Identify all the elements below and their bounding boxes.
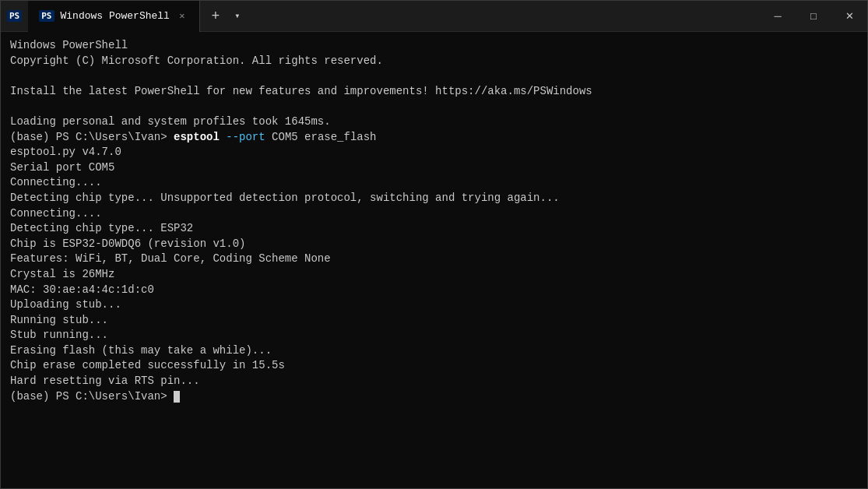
terminal-line: MAC: 30:ae:a4:4c:1d:c0 <box>10 283 858 298</box>
terminal-line: Connecting.... <box>10 175 858 191</box>
terminal-line <box>10 69 858 84</box>
terminal-line: Serial port COM5 <box>10 160 858 176</box>
tab-close-button[interactable]: ✕ <box>176 10 188 23</box>
tab-powershell[interactable]: PS Windows PowerShell ✕ <box>28 1 200 32</box>
terminal-line: Windows PowerShell <box>10 38 858 54</box>
terminal-line: Detecting chip type... ESP32 <box>10 221 858 237</box>
title-bar-left: PS PS Windows PowerShell ✕ + ▾ <box>7 1 247 32</box>
terminal-line: Chip is ESP32-D0WDQ6 (revision v1.0) <box>10 237 858 252</box>
cursor <box>174 391 180 403</box>
minimize-button[interactable]: ─ <box>760 1 796 32</box>
tab-bar: PS Windows PowerShell ✕ + ▾ <box>28 1 247 32</box>
terminal-line: Hard resetting via RTS pin... <box>10 374 858 389</box>
terminal-line: Stub running... <box>10 328 858 343</box>
terminal-line <box>10 99 858 114</box>
tab-label: Windows PowerShell <box>61 10 170 22</box>
powershell-window: PS PS Windows PowerShell ✕ + ▾ ─ □ ✕ Win… <box>0 0 868 489</box>
terminal-line: Loading personal and system profiles too… <box>10 114 858 130</box>
terminal-line: Connecting.... <box>10 206 858 222</box>
tab-icon: PS <box>39 10 54 22</box>
terminal-line-command: (base) PS C:\Users\Ivan> esptool --port … <box>10 130 858 146</box>
terminal-line: Detecting chip type... Unsupported detec… <box>10 191 858 206</box>
prompt-text: (base) PS C:\Users\Ivan> <box>10 390 174 403</box>
tab-dropdown-button[interactable]: ▾ <box>228 4 247 29</box>
terminal-line: Uploading stub... <box>10 297 858 313</box>
flag-text: --port <box>220 131 265 143</box>
close-button[interactable]: ✕ <box>831 1 867 32</box>
terminal-line: Erasing flash (this may take a while)... <box>10 343 858 359</box>
terminal-line: Features: WiFi, BT, Dual Core, Coding Sc… <box>10 252 858 267</box>
terminal-output[interactable]: Windows PowerShell Copyright (C) Microso… <box>1 32 867 488</box>
terminal-line: Install the latest PowerShell for new fe… <box>10 84 858 100</box>
terminal-line: Crystal is 26MHz <box>10 267 858 283</box>
terminal-line: Running stub... <box>10 313 858 329</box>
window-controls: ─ □ ✕ <box>760 1 867 31</box>
command-args: COM5 erase_flash <box>265 131 377 143</box>
prompt-prefix: (base) PS C:\Users\Ivan> <box>10 131 174 143</box>
terminal-line: esptool.py v4.7.0 <box>10 145 858 160</box>
terminal-line: Copyright (C) Microsoft Corporation. All… <box>10 54 858 69</box>
terminal-line-prompt: (base) PS C:\Users\Ivan> <box>10 389 858 405</box>
title-bar: PS PS Windows PowerShell ✕ + ▾ ─ □ ✕ <box>1 1 867 32</box>
maximize-button[interactable]: □ <box>796 1 831 32</box>
terminal-line: Chip erase completed successfully in 15.… <box>10 358 858 374</box>
command-text: esptool <box>174 131 220 143</box>
app-icon: PS <box>7 10 22 22</box>
new-tab-button[interactable]: + <box>203 4 228 29</box>
